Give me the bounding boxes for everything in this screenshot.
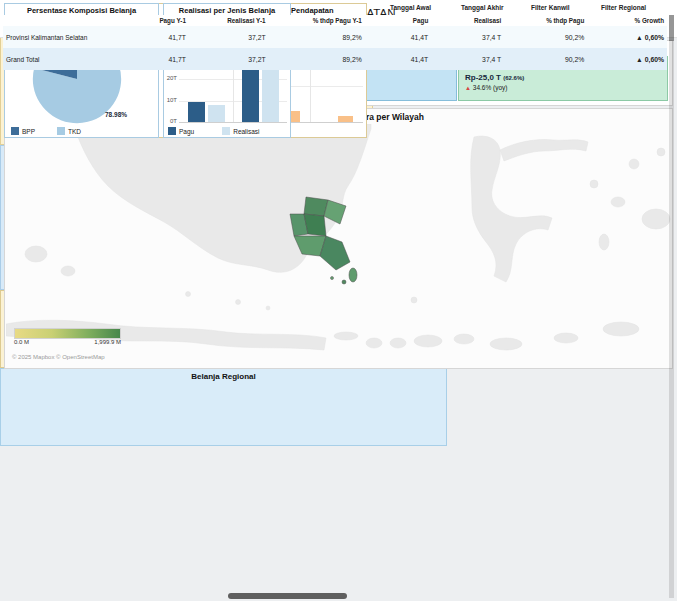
cell-value: 37,2T xyxy=(189,26,269,48)
scrollbar-thumb[interactable] xyxy=(669,15,674,41)
cell-value: 90,2% xyxy=(504,26,587,48)
cell-value: 41,4T xyxy=(365,48,431,70)
row-label: Grand Total xyxy=(3,48,119,70)
cell-value: 37,2T xyxy=(189,48,269,70)
column-header[interactable]: Realisasi Y-1 xyxy=(189,15,269,26)
row-label: Provinsi Kalimantan Selatan xyxy=(3,26,119,48)
cell-value: 89,2% xyxy=(269,26,365,48)
cell-value: 89,2% xyxy=(269,48,365,70)
filter-label: Filter Regional xyxy=(601,4,669,11)
belanja-regional-table-card: Belanja Regional Pagu Y-1Realisasi Y-1% … xyxy=(0,368,447,446)
cell-value: 41,7T xyxy=(119,26,189,48)
table-row[interactable]: Provinsi Kalimantan Selatan41,7T37,2T89,… xyxy=(3,26,667,48)
column-header[interactable]: % Growth xyxy=(587,15,667,26)
horizontal-scrollbar-thumb[interactable] xyxy=(228,593,347,599)
belanja_regional-grid: Pagu Y-1Realisasi Y-1% thdp Pagu Y-1Pagu… xyxy=(3,15,667,70)
column-header[interactable] xyxy=(3,15,119,26)
table-row[interactable]: Grand Total41,7T37,2T89,2%41,4T37,4 T90,… xyxy=(3,48,667,70)
cell-value: 90,2% xyxy=(504,48,587,70)
cell-value: 37,4 T xyxy=(431,26,504,48)
table-header-row: Pagu Y-1Realisasi Y-1% thdp Pagu Y-1Pagu… xyxy=(3,15,667,26)
growth-cell: ▲ 0,60% xyxy=(587,48,667,70)
column-header[interactable]: % thdp Pagu Y-1 xyxy=(269,15,365,26)
table-scrollbar[interactable] xyxy=(669,15,674,598)
column-header[interactable]: Pagu Y-1 xyxy=(119,15,189,26)
belanja-regional-table: Pagu Y-1Realisasi Y-1% thdp Pagu Y-1Pagu… xyxy=(3,15,667,598)
column-header[interactable]: Pagu xyxy=(365,15,431,26)
cell-value: 41,4T xyxy=(365,26,431,48)
filter-label: Tanggal Awal xyxy=(390,4,458,11)
filter-label: Tanggal Akhir xyxy=(461,4,529,11)
cell-value: 37,4 T xyxy=(431,48,504,70)
growth-cell: ▲ 0,60% xyxy=(587,26,667,48)
column-header[interactable]: Realisasi xyxy=(431,15,504,26)
dashboard-rce: Dashboard RCEKanwil DJPb PROVINSI KALIMA… xyxy=(0,0,677,601)
column-header[interactable]: % thdp Pagu xyxy=(504,15,587,26)
filter-label: Filter Kanwil xyxy=(531,4,599,11)
cell-value: 41,7T xyxy=(119,48,189,70)
